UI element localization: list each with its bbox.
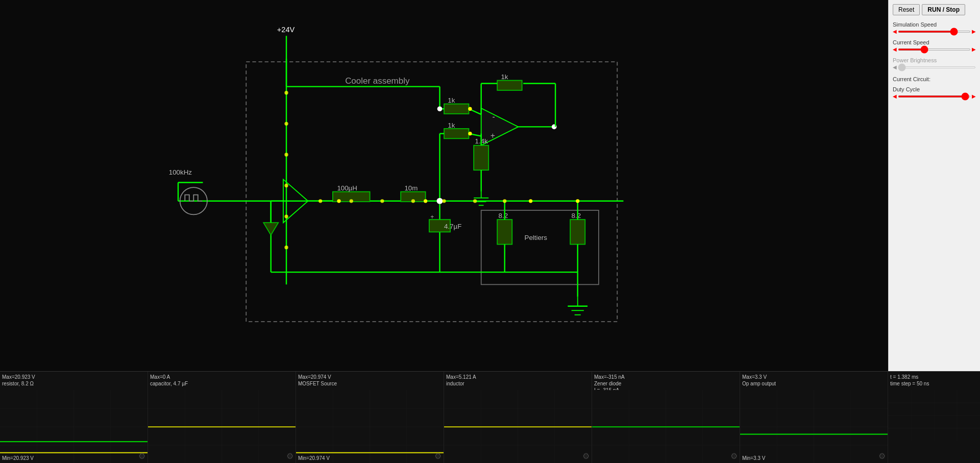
svg-point-55 [318,199,322,203]
scope-panel-6: t = 1.382 ms time step = 50 ns [888,372,980,463]
svg-point-69 [437,106,443,111]
duty-cycle-label: Duty Cycle [893,86,976,92]
scope-max-1: Max=0 A [150,374,293,380]
scope-min-5: Min=3.3 V [742,455,765,461]
scope-time: t = 1.382 ms [890,374,978,380]
current-circuit-label: Current Circuit: [893,76,976,82]
svg-point-61 [473,199,477,203]
sim-speed-left-arrow[interactable]: ◀ [893,29,897,34]
scope-max-3: Max=5.121 A [446,374,590,380]
svg-point-63 [284,91,288,94]
svg-text:-: - [493,112,495,121]
svg-point-70 [468,107,472,111]
simulation-speed-label: Simulation Speed [893,21,976,28]
scope-max-5: Max=3.3 V [742,374,886,380]
scope-header-1: Max=0 A capacitor, 4.7 µF [150,374,293,387]
svg-point-59 [436,198,443,204]
curr-speed-left-arrow[interactable]: ◀ [893,46,897,52]
svg-point-68 [284,246,288,249]
scope-min-2: Min=20.974 V [298,455,330,461]
voltage-label: +24V [277,26,295,34]
scope-component-4: Zener diode [594,380,738,387]
scope-header-3: Max=5.121 A inductor [446,374,590,387]
svg-point-60 [442,199,446,203]
simulation-speed-row: ◀ ▶ [893,29,976,34]
duty-cycle-slider[interactable] [898,95,971,98]
scope-settings-3[interactable]: ⚙ [582,451,590,461]
svg-point-71 [468,132,472,135]
bottom-panel: Max=20.923 V resistor, 8.2 Ω Min=20.923 … [0,371,980,463]
scope-max-0: Max=20.923 V [2,374,145,380]
scope-panel-0: Max=20.923 V resistor, 8.2 Ω Min=20.923 … [0,372,148,463]
scope-panel-1: Max=0 A capacitor, 4.7 µF ⚙ [148,372,296,463]
scope-settings-4[interactable]: ⚙ [730,451,738,461]
svg-text:+: + [491,131,495,140]
scope-max-2: Max=20.974 V [298,374,442,380]
scope-settings-5[interactable]: ⚙ [878,451,886,461]
right-panel: Reset RUN / Stop Simulation Speed ◀ ▶ Cu… [888,0,980,371]
scope-panel-2: Max=20.974 V MOSFET Source Min=20.974 V … [296,372,444,463]
scope-header-6: t = 1.382 ms time step = 50 ns [890,374,978,387]
run-stop-button[interactable]: RUN / Stop [922,4,965,15]
current-speed-container: Current Speed ◀ ▶ [893,39,976,52]
scope-settings-2[interactable]: ⚙ [434,451,442,461]
simulation-speed-container: Simulation Speed ◀ ▶ [893,21,976,34]
svg-point-57 [380,199,384,203]
svg-point-67 [284,214,288,218]
scope-panel-5: Max=3.3 V Op amp output Min=3.3 V ⚙ [740,372,888,463]
duty-cycle-container: Duty Cycle ◀ ▶ [893,86,976,99]
scope-min-0: Min=20.923 V [2,455,34,461]
curr-speed-right-arrow[interactable]: ▶ [972,46,976,52]
scope-component-3: inductor [446,380,590,387]
svg-text:1k: 1k [501,73,508,81]
peltier-res-1 [497,220,512,244]
svg-point-62 [503,199,506,203]
svg-point-73 [424,199,427,203]
power-brightness-row: ◀ [893,64,976,70]
reset-button[interactable]: Reset [893,4,920,15]
svg-text:1k: 1k [448,121,455,129]
freq-label: 100kHz [169,168,192,176]
res-1k-feedback [497,81,522,90]
scope-header-0: Max=20.923 V resistor, 8.2 Ω [2,374,145,387]
scope-settings-1[interactable]: ⚙ [286,451,293,461]
svg-point-75 [576,199,579,203]
power-left-arrow[interactable]: ◀ [893,64,897,70]
scope-panel-4: Max=-315 nA Zener diode I = -315 nAVd = … [592,372,740,463]
duty-left-arrow[interactable]: ◀ [893,93,897,99]
svg-point-64 [284,122,288,126]
svg-text:1k: 1k [448,96,455,104]
svg-point-65 [284,153,288,156]
svg-point-66 [284,184,288,187]
top-buttons: Reset RUN / Stop [893,4,976,15]
scope-header-5: Max=3.3 V Op amp output [742,374,886,387]
current-speed-slider[interactable] [898,48,971,51]
simulation-speed-slider[interactable] [898,31,971,33]
res-1k4 [474,145,488,170]
power-brightness-slider[interactable] [898,66,976,68]
duty-right-arrow[interactable]: ▶ [972,93,976,99]
scope-settings-0[interactable]: ⚙ [138,451,145,461]
res-1k-pos [444,129,469,138]
circuit-canvas: +24V Cooler assembly Peltiers 100µH 10m … [0,0,888,371]
svg-text:8.2: 8.2 [572,212,581,220]
scope-header-2: Max=20.974 V MOSFET Source [298,374,442,387]
sim-speed-right-arrow[interactable]: ▶ [972,29,976,34]
scope-panel-3: Max=5.121 A inductor ⚙ [444,372,592,463]
peltiers-label: Peltiers [525,234,548,241]
duty-cycle-row: ◀ ▶ [893,93,976,99]
svg-point-72 [337,199,340,203]
scope-timestep: time step = 50 ns [890,380,978,387]
svg-rect-0 [11,0,877,371]
scope-component-5: Op amp output [742,380,886,387]
scope-component-1: capacitor, 4.7 µF [150,380,293,387]
res-1k-neg [444,104,469,114]
power-brightness-container: Power Brightness ◀ [893,57,976,70]
svg-text:100µH: 100µH [337,184,357,192]
current-speed-label: Current Speed [893,39,976,45]
svg-text:4.7µF: 4.7µF [444,223,461,230]
scope-component-0: resistor, 8.2 Ω [2,380,145,387]
scope-component-2: MOSFET Source [298,380,442,387]
cooler-label: Cooler assembly [345,76,410,86]
power-brightness-label: Power Brightness [893,57,976,63]
